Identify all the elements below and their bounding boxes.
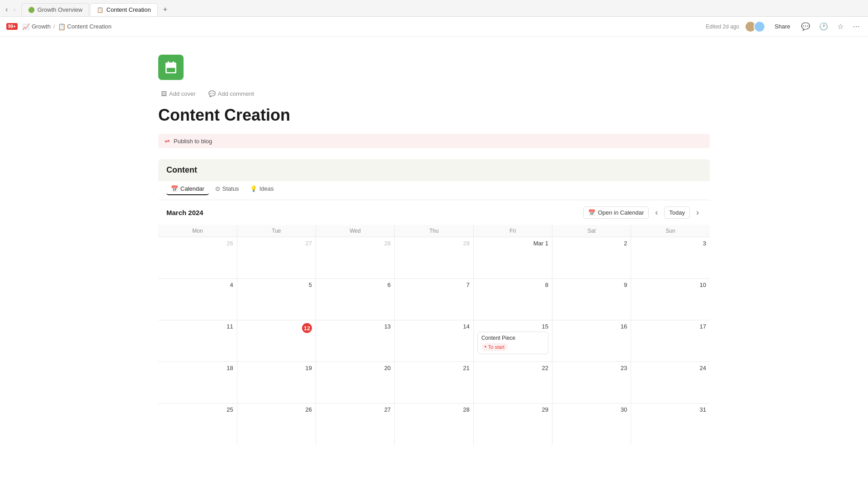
cal-cell-w2d5[interactable]: 16: [552, 320, 631, 362]
cal-cell-w0d5[interactable]: 2: [552, 237, 631, 279]
history-icon-button[interactable]: 🕐: [817, 20, 830, 33]
avatar-2: [754, 21, 765, 33]
calendar-tab-label: Calendar: [180, 185, 204, 192]
cal-cell-w4d2[interactable]: 27: [316, 404, 395, 445]
cal-day-num: 17: [635, 323, 706, 330]
add-comment-button[interactable]: 💬 Add comment: [206, 89, 257, 99]
breadcrumb-content-label: Content Creation: [67, 23, 112, 30]
tab-ideas[interactable]: 💡 Ideas: [245, 183, 278, 195]
calendar-toolbar: March 2024 📅 Open in Calendar ‹ Today ›: [158, 200, 710, 225]
calendar-week-row-0: 26272829Mar 123: [158, 237, 710, 279]
cal-cell-w0d4[interactable]: Mar 1: [473, 237, 552, 279]
open-in-calendar-button[interactable]: 📅 Open in Calendar: [583, 206, 649, 219]
cal-cell-w3d6[interactable]: 24: [631, 362, 710, 404]
add-cover-button[interactable]: 🖼 Add cover: [158, 89, 198, 99]
cal-day-num: 29: [477, 406, 548, 413]
tab-growth-overview[interactable]: 🟢 Growth Overview: [21, 3, 90, 16]
cal-cell-w3d5[interactable]: 23: [552, 362, 631, 404]
cal-cell-w3d4[interactable]: 22: [473, 362, 552, 404]
cal-day-num: 5: [241, 282, 312, 288]
more-options-button[interactable]: ⋯: [851, 20, 862, 33]
tab-content-creation[interactable]: 📋 Content Creation: [90, 3, 157, 16]
cal-cell-w0d1[interactable]: 27: [237, 237, 316, 279]
cal-day-num: 22: [477, 365, 548, 371]
cal-cell-w2d0[interactable]: 11: [158, 320, 237, 362]
cal-cell-w1d0[interactable]: 4: [158, 279, 237, 320]
cal-day-num: 21: [398, 365, 469, 371]
favorite-icon-button[interactable]: ☆: [835, 20, 845, 33]
cal-cell-w0d6[interactable]: 3: [631, 237, 710, 279]
cal-day-num: 15: [477, 323, 548, 330]
cal-cell-w4d3[interactable]: 28: [395, 404, 473, 445]
breadcrumb-separator: /: [53, 23, 55, 30]
cal-cell-w1d5[interactable]: 9: [552, 279, 631, 320]
cal-cell-w2d4[interactable]: 15Content PieceTo start: [473, 320, 552, 362]
cal-cell-w0d0[interactable]: 26: [158, 237, 237, 279]
cal-day-num: 20: [320, 365, 391, 371]
calendar-next-button[interactable]: ›: [693, 206, 702, 219]
cal-cell-w0d3[interactable]: 29: [395, 237, 473, 279]
share-button[interactable]: Share: [771, 21, 794, 32]
cal-cell-w2d1[interactable]: 12: [237, 320, 316, 362]
page-title: Content Creation: [158, 106, 710, 125]
cal-cell-w4d1[interactable]: 26: [237, 404, 316, 445]
linked-mention-banner[interactable]: ⇌ Publish to blog: [158, 134, 710, 148]
cal-day-num: 18: [162, 365, 233, 371]
breadcrumb-content-creation[interactable]: 📋 Content Creation: [58, 23, 112, 30]
avatar-img-2: [755, 22, 764, 32]
cal-day-other-month: 28: [320, 240, 391, 247]
cal-cell-w3d0[interactable]: 18: [158, 362, 237, 404]
breadcrumb-growth[interactable]: 📈 Growth: [22, 23, 51, 30]
cal-event-card[interactable]: Content PieceTo start: [477, 332, 548, 354]
cal-cell-w1d3[interactable]: 7: [395, 279, 473, 320]
cal-day-num: 13: [320, 323, 391, 330]
nav-back-button[interactable]: ‹: [4, 5, 9, 14]
cal-header-tue: Tue: [237, 225, 316, 237]
ideas-tab-icon: 💡: [250, 185, 257, 192]
section-title: Content: [158, 159, 710, 181]
cal-cell-w3d3[interactable]: 21: [395, 362, 473, 404]
cal-cell-w4d5[interactable]: 30: [552, 404, 631, 445]
browser-chrome: ‹ › 🟢 Growth Overview 📋 Content Creation…: [0, 0, 868, 17]
app-header: 99+ 📈 Growth / 📋 Content Creation Edited…: [0, 17, 868, 37]
cal-cell-w4d6[interactable]: 31: [631, 404, 710, 445]
nav-forward-button[interactable]: ›: [11, 5, 17, 14]
tab-calendar[interactable]: 📅 Calendar: [166, 183, 209, 195]
cal-cell-w3d2[interactable]: 20: [316, 362, 395, 404]
cal-day-num: 27: [320, 406, 391, 413]
add-comment-label: Add comment: [218, 90, 254, 97]
new-tab-button[interactable]: +: [159, 3, 172, 16]
cal-cell-w1d4[interactable]: 8: [473, 279, 552, 320]
cal-day-num: Mar 1: [477, 240, 548, 247]
breadcrumb: 📈 Growth / 📋 Content Creation: [22, 23, 112, 30]
cal-cell-w4d0[interactable]: 25: [158, 404, 237, 445]
cal-cell-w3d1[interactable]: 19: [237, 362, 316, 404]
cal-cell-w0d2[interactable]: 28: [316, 237, 395, 279]
growth-icon: 📈: [22, 23, 30, 30]
cal-day-num: 14: [398, 323, 469, 330]
tab-status[interactable]: ⊙ Status: [211, 183, 244, 195]
calendar-header-row: Mon Tue Wed Thu Fri Sat Sun: [158, 225, 710, 237]
page-icon[interactable]: [158, 55, 184, 80]
edited-label: Edited 2d ago: [706, 23, 739, 30]
calendar-prev-button[interactable]: ‹: [652, 206, 660, 219]
content-db-icon: 📋: [58, 23, 66, 30]
cal-header-sat: Sat: [552, 225, 631, 237]
cal-cell-w1d2[interactable]: 6: [316, 279, 395, 320]
tab-navigation: ‹ ›: [4, 5, 18, 14]
cal-day-num: 4: [162, 282, 233, 288]
calendar-today-button[interactable]: Today: [664, 206, 690, 219]
cal-day-num: 30: [556, 406, 627, 413]
calendar-tab-icon: 📅: [171, 185, 178, 192]
cal-cell-w1d6[interactable]: 10: [631, 279, 710, 320]
comment-icon-button[interactable]: 💬: [799, 20, 812, 33]
cal-cell-w4d4[interactable]: 29: [473, 404, 552, 445]
cal-cell-w2d6[interactable]: 17: [631, 320, 710, 362]
add-cover-label: Add cover: [169, 90, 196, 97]
app-logo: 99+: [6, 23, 18, 30]
cal-cell-w2d3[interactable]: 14: [395, 320, 473, 362]
cal-cell-w2d2[interactable]: 13: [316, 320, 395, 362]
cal-day-num: 24: [635, 365, 706, 371]
cal-cell-w1d1[interactable]: 5: [237, 279, 316, 320]
cal-event-status: To start: [481, 343, 508, 351]
